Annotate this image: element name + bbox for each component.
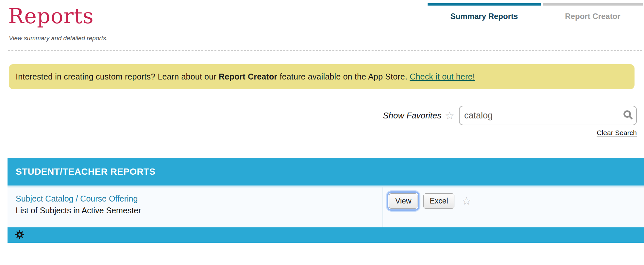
excel-button[interactable]: Excel <box>423 193 454 209</box>
tab-report-creator[interactable]: Report Creator <box>543 12 643 21</box>
favorite-star-icon[interactable]: ☆ <box>462 195 471 206</box>
reports-page: Reports View summary and detailed report… <box>0 0 644 265</box>
gear-icon[interactable] <box>15 230 25 241</box>
clear-search-link[interactable]: Clear Search <box>597 129 637 137</box>
page-subtitle: View summary and detailed reports. <box>9 35 108 42</box>
search-bar: Show Favorites ☆ <box>327 105 637 126</box>
table-footer <box>8 227 644 243</box>
promo-banner: Interested in creating custom reports? L… <box>9 64 635 89</box>
tab-summary-reports[interactable]: Summary Reports <box>428 12 541 21</box>
row-actions: View Excel ☆ <box>386 187 471 227</box>
banner-bold-text: Report Creator <box>219 72 277 81</box>
banner-link[interactable]: Check it out here! <box>410 72 475 81</box>
search-field-wrap <box>459 106 637 125</box>
header-divider <box>8 50 642 51</box>
favorites-star-icon[interactable]: ☆ <box>445 110 454 121</box>
tab-indicator-summary-reports <box>428 3 541 6</box>
banner-text-after: feature available on the App Store. <box>277 72 410 81</box>
view-button[interactable]: View <box>389 193 417 209</box>
search-input[interactable] <box>459 106 637 125</box>
table-section-title: STUDENT/TEACHER REPORTS <box>16 167 156 177</box>
page-title: Reports <box>8 4 94 28</box>
banner-text-before: Interested in creating custom reports? L… <box>16 72 219 81</box>
search-icon[interactable] <box>622 109 634 122</box>
report-link[interactable]: Subject Catalog / Course Offering <box>16 194 138 203</box>
report-description: List of Subjects in Active Semester <box>16 206 141 215</box>
cell-divider <box>382 187 383 227</box>
table-section-header: STUDENT/TEACHER REPORTS <box>8 158 644 186</box>
table-row: Subject Catalog / Course Offering List o… <box>8 187 644 227</box>
show-favorites-label[interactable]: Show Favorites <box>383 111 441 121</box>
tab-indicator-report-creator <box>543 3 643 6</box>
